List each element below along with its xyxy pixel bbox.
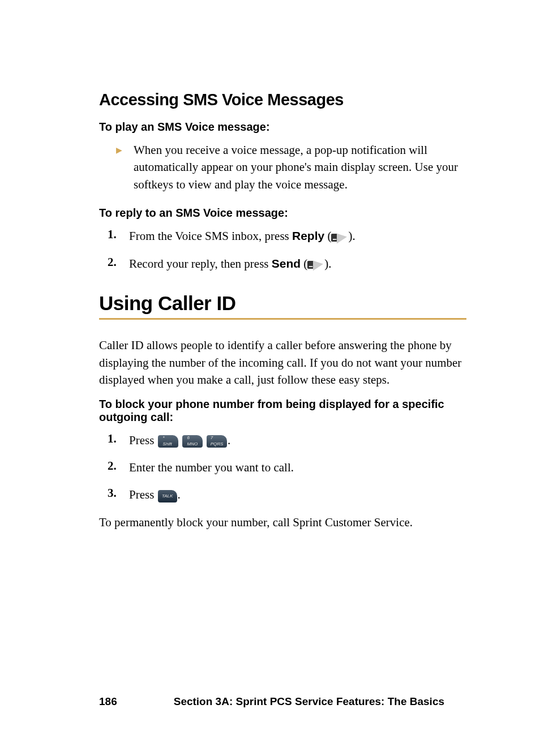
outro-paragraph: To permanently block your number, call S… <box>99 514 466 531</box>
softkey-icon: ••• <box>331 233 348 243</box>
list-text: From the Voice SMS inbox, press Reply (•… <box>129 227 355 244</box>
text-fragment: . <box>178 488 181 501</box>
list-text: Enter the number you want to call. <box>129 459 294 476</box>
page-number: 186 <box>99 695 117 708</box>
list-number: 2. <box>108 255 120 269</box>
bullet-item: ▶ When you receive a voice message, a po… <box>116 141 466 193</box>
block-steps-list: 1. Press . 2. Enter the number you want … <box>108 432 466 504</box>
list-item: 1. From the Voice SMS inbox, press Reply… <box>108 227 466 244</box>
page-footer: 186 Section 3A: Sprint PCS Service Featu… <box>99 695 466 708</box>
text-fragment: ). <box>324 257 331 270</box>
reply-steps-list: 1. From the Voice SMS inbox, press Reply… <box>108 227 466 272</box>
reply-label-bold: Reply <box>292 229 324 242</box>
text-fragment: ). <box>348 229 355 243</box>
softkey-icon: ••• <box>307 260 324 270</box>
label-play-sms: To play an SMS Voice message: <box>99 121 466 134</box>
label-reply-sms: To reply to an SMS Voice message: <box>99 207 466 220</box>
bullet-marker-icon: ▶ <box>116 145 122 155</box>
heading-accessing-sms: Accessing SMS Voice Messages <box>99 91 466 109</box>
text-fragment: Press <box>129 488 157 501</box>
key-star-icon <box>158 435 178 448</box>
list-text: Press . <box>129 432 230 449</box>
footer-section-title: Section 3A: Sprint PCS Service Features:… <box>174 695 444 708</box>
list-item: 2. Enter the number you want to call. <box>108 459 466 476</box>
heading-using-caller-id: Using Caller ID <box>99 292 466 318</box>
list-text: Record your reply, then press Send (•••)… <box>129 255 332 272</box>
heading-rule <box>99 318 466 320</box>
intro-paragraph: Caller ID allows people to identify a ca… <box>99 337 466 388</box>
bullet-text: When you receive a voice message, a pop-… <box>134 141 466 193</box>
list-item: 2. Record your reply, then press Send (•… <box>108 255 466 272</box>
text-fragment: . <box>228 433 230 447</box>
key-6-icon <box>182 435 203 448</box>
text-fragment: ( <box>301 257 307 270</box>
text-fragment: Record your reply, then press <box>129 257 272 270</box>
key-talk-icon <box>158 490 177 502</box>
text-fragment: Press <box>129 433 157 447</box>
text-fragment: ( <box>324 229 331 243</box>
list-number: 2. <box>108 459 120 473</box>
list-number: 1. <box>108 227 120 242</box>
list-text: Press . <box>129 486 181 503</box>
label-block-number: To block your phone number from being di… <box>99 398 466 424</box>
list-number: 1. <box>108 432 120 446</box>
list-item: 3. Press . <box>108 486 466 503</box>
send-label-bold: Send <box>272 257 301 270</box>
list-number: 3. <box>108 486 120 500</box>
list-item: 1. Press . <box>108 432 466 449</box>
text-fragment: From the Voice SMS inbox, press <box>129 229 292 243</box>
key-7-icon <box>207 435 227 448</box>
